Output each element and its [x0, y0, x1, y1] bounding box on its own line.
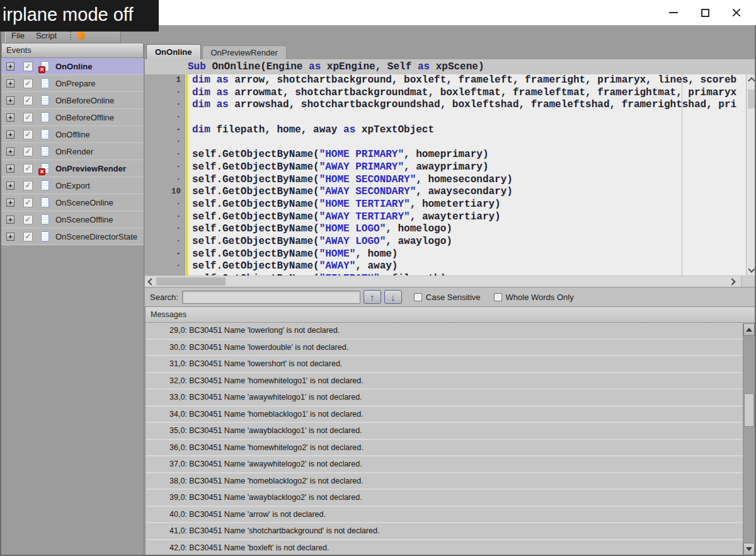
- event-row-onprepare[interactable]: +✓OnPrepare: [1, 75, 144, 92]
- event-enabled-checkbox[interactable]: ✓: [23, 62, 33, 71]
- scroll-down-icon[interactable]: [748, 265, 755, 272]
- code-line[interactable]: 10self.GetObjectByName("AWAY SECONDARY",…: [145, 186, 746, 199]
- event-enabled-checkbox[interactable]: ✓: [23, 79, 33, 88]
- code-line[interactable]: ·self.GetObjectByName("AWAY TERTIARY", a…: [145, 211, 746, 224]
- code-text: self.GetObjectByName("HOME", home): [185, 248, 398, 261]
- expand-icon[interactable]: +: [6, 199, 14, 207]
- code-text: self.GetObjectByName("AWAY SECONDARY", a…: [185, 186, 513, 199]
- event-row-onbeforeoffline[interactable]: +✓OnBeforeOffline: [1, 109, 144, 126]
- scroll-up-icon[interactable]: [748, 77, 755, 84]
- message-row[interactable]: 38,0: BC30451 Name 'homeblacklogo2' is n…: [146, 473, 755, 490]
- messages-scroll-down-button[interactable]: [743, 543, 755, 555]
- code-line[interactable]: ·: [145, 112, 746, 124]
- expand-icon[interactable]: +: [6, 96, 14, 105]
- event-enabled-checkbox[interactable]: ✓: [23, 164, 33, 173]
- message-row[interactable]: 30,0: BC30451 Name 'lowerdouble' is not …: [146, 340, 755, 357]
- messages-scroll-up-button[interactable]: [743, 323, 755, 336]
- search-input[interactable]: [182, 291, 360, 304]
- expand-icon[interactable]: +: [6, 113, 14, 122]
- code-token: as: [343, 124, 355, 136]
- code-line[interactable]: -dim filepath, home, away as xpTextObjec…: [145, 124, 746, 137]
- app-window: irplane mode off FileScript Events +✓✕On…: [0, 0, 756, 556]
- message-row[interactable]: 37,0: BC30451 Name 'awaywhitelogo2' is n…: [146, 456, 755, 473]
- event-row-onbeforeonline[interactable]: +✓OnBeforeOnline: [1, 92, 144, 109]
- event-label: OnOffline: [55, 130, 90, 139]
- editor-hscroll-thumb[interactable]: [156, 277, 226, 286]
- message-row[interactable]: 32,0: BC30451 Name 'homewhitelogo1' is n…: [146, 373, 755, 390]
- code-lines: 1dim as arrow, shotchartbackground, boxl…: [145, 74, 746, 275]
- event-row-onsceneoffline[interactable]: +✓OnSceneOffline: [1, 211, 144, 228]
- event-row-onrender[interactable]: +✓OnRender: [1, 143, 144, 160]
- code-line[interactable]: ·self.GetObjectByName("HOME SECONDARY", …: [145, 174, 746, 187]
- code-line[interactable]: 1dim as arrow, shotchartbackground, boxl…: [145, 74, 746, 87]
- message-row[interactable]: 33,0: BC30451 Name 'awaywhitelogo1' is n…: [146, 390, 755, 407]
- message-row[interactable]: 35,0: BC30451 Name 'awayblacklogo1' is n…: [146, 423, 755, 440]
- case-sensitive-checkbox[interactable]: [414, 293, 422, 301]
- expand-icon[interactable]: +: [6, 79, 14, 88]
- editor-vscroll-thumb[interactable]: [748, 90, 755, 108]
- expand-icon[interactable]: +: [6, 148, 14, 156]
- message-row[interactable]: 40,0: BC30451 Name 'arrow' is not declar…: [146, 507, 755, 524]
- event-enabled-checkbox[interactable]: ✓: [23, 198, 33, 207]
- expand-icon[interactable]: +: [6, 130, 14, 139]
- event-row-onoffline[interactable]: +✓OnOffline: [1, 126, 144, 143]
- event-row-onsceneonline[interactable]: +✓OnSceneOnline: [1, 194, 144, 211]
- code-line[interactable]: ·self.GetObjectByName("AWAY LOGO", awayl…: [145, 236, 746, 248]
- code-line[interactable]: ·self.GetObjectByName("AWAY PRIMARY", aw…: [145, 161, 746, 174]
- editor-horizontal-scrollbar[interactable]: [145, 275, 756, 287]
- error-badge-icon: ✕: [38, 168, 45, 175]
- expand-icon[interactable]: +: [6, 233, 14, 241]
- message-row[interactable]: 36,0: BC30451 Name 'homewhitelogo2' is n…: [146, 440, 755, 457]
- script-document-icon: [41, 146, 49, 156]
- code-text: dim as arrowshad, shotchartbackgroundsha…: [185, 99, 736, 112]
- event-row-ononline[interactable]: +✓✕OnOnline: [1, 58, 144, 75]
- message-row[interactable]: 42,0: BC30451 Name 'boxleft' is not decl…: [146, 540, 755, 556]
- expand-icon[interactable]: +: [6, 62, 14, 71]
- event-label: OnBeforeOnline: [55, 96, 114, 105]
- messages-scroll-thumb[interactable]: [744, 393, 754, 427]
- code-line[interactable]: -self.GetObjectByName("HOME", home): [145, 248, 746, 261]
- event-row-onexport[interactable]: +✓OnExport: [1, 177, 144, 194]
- message-row[interactable]: 39,0: BC30451 Name 'awayblacklogo2' is n…: [146, 490, 755, 507]
- code-line[interactable]: ·: [145, 136, 746, 149]
- event-row-onpreviewrender[interactable]: +✓✕OnPreviewRender: [1, 160, 144, 177]
- find-previous-button[interactable]: ↑: [364, 290, 381, 304]
- find-next-button[interactable]: ↓: [384, 290, 402, 304]
- messages-vertical-scrollbar[interactable]: [743, 323, 755, 555]
- minimize-button[interactable]: [658, 0, 689, 25]
- event-enabled-checkbox[interactable]: ✓: [23, 215, 33, 224]
- event-enabled-checkbox[interactable]: ✓: [23, 147, 33, 156]
- code-line[interactable]: ·dim as arrowshad, shotchartbackgroundsh…: [145, 99, 746, 112]
- event-enabled-checkbox[interactable]: ✓: [23, 130, 33, 139]
- event-enabled-checkbox[interactable]: ✓: [23, 232, 33, 241]
- tab-ononline[interactable]: OnOnline: [146, 44, 201, 59]
- events-panel: Events +✓✕OnOnline+✓OnPrepare+✓OnBeforeO…: [1, 43, 144, 555]
- code-line[interactable]: ·self.GetObjectByName("AWAY", away): [145, 260, 746, 273]
- code-text: dim as arrow, shotchartbackground, boxle…: [185, 74, 736, 87]
- code-line[interactable]: ·self.GetObjectByName("HOME LOGO", homel…: [145, 223, 746, 236]
- event-enabled-checkbox[interactable]: ✓: [23, 96, 33, 105]
- scroll-left-icon[interactable]: [147, 278, 154, 285]
- editor-vertical-scrollbar[interactable]: [746, 74, 756, 275]
- expand-icon[interactable]: +: [6, 216, 14, 224]
- code-editor[interactable]: 1dim as arrow, shotchartbackground, boxl…: [145, 74, 746, 275]
- maximize-button[interactable]: [689, 0, 721, 25]
- message-row[interactable]: 29,0: BC30451 Name 'lowerlong' is not de…: [146, 323, 755, 340]
- tab-onpreviewrender[interactable]: OnPreviewRender: [202, 45, 287, 59]
- expand-icon[interactable]: +: [6, 182, 14, 190]
- code-line[interactable]: ·self.GetObjectByName("HOME TERTIARY", h…: [145, 199, 746, 211]
- script-compile-icon[interactable]: [76, 32, 86, 40]
- message-row[interactable]: 34,0: BC30451 Name 'homeblacklogo1' is n…: [146, 407, 755, 424]
- message-row[interactable]: 41,0: BC30451 Name 'shotchartbackground'…: [146, 523, 755, 540]
- scroll-right-icon[interactable]: [728, 278, 735, 285]
- message-row[interactable]: 31,0: BC30451 Name 'lowershort' is not d…: [146, 356, 755, 373]
- event-enabled-checkbox[interactable]: ✓: [23, 181, 33, 190]
- event-row-onscenedirectorstate[interactable]: +✓OnSceneDirectorState: [1, 228, 144, 245]
- close-button[interactable]: [721, 0, 752, 25]
- code-line[interactable]: ·dim as arrowmat, shotchartbackgroundmat…: [145, 87, 746, 100]
- code-token: dim as: [192, 87, 229, 98]
- code-line[interactable]: ·self.GetObjectByName("HOME PRIMARY", ho…: [145, 149, 746, 161]
- expand-icon[interactable]: +: [6, 165, 14, 173]
- whole-words-checkbox[interactable]: [494, 293, 502, 301]
- event-enabled-checkbox[interactable]: ✓: [23, 113, 33, 122]
